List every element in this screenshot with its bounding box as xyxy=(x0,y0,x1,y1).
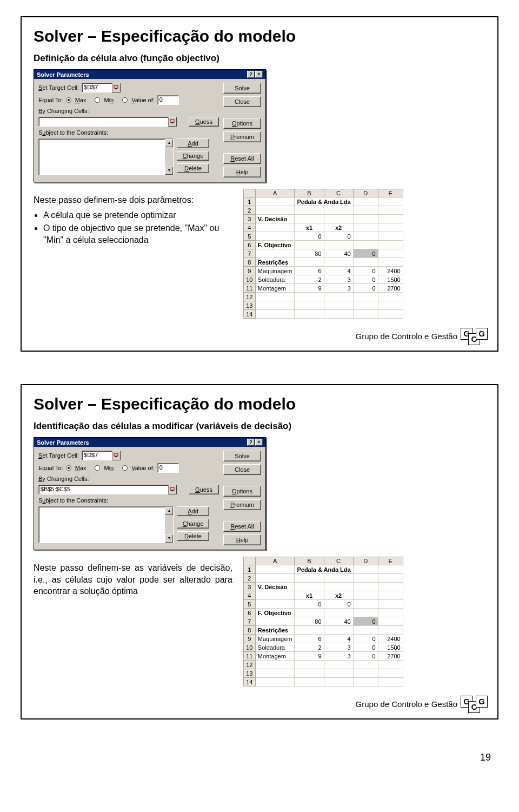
close-button[interactable]: Close xyxy=(223,96,261,107)
help-button[interactable]: Help xyxy=(223,534,261,545)
changing-cells-input[interactable] xyxy=(38,117,168,127)
max-label: Max xyxy=(75,465,86,471)
scroll-down-icon[interactable]: ▾ xyxy=(165,167,173,175)
min-label: Min xyxy=(104,465,114,471)
options-button[interactable]: Options xyxy=(223,486,261,497)
close-icon[interactable]: × xyxy=(255,439,263,446)
add-button[interactable]: Add xyxy=(177,506,209,516)
svg-rect-7 xyxy=(171,490,174,491)
dialog-titlebar: Solver Parameters ? × xyxy=(34,70,265,79)
footer-label: Grupo de Controlo e Gestão xyxy=(356,699,457,709)
reset-all-button[interactable]: Reset All xyxy=(223,521,261,532)
value-of-label: Value of: xyxy=(131,97,155,103)
svg-rect-0 xyxy=(114,85,118,88)
footer-g-box: G xyxy=(476,696,488,708)
slide-2: Solver – Especificação do modelo Identif… xyxy=(21,384,498,719)
bullet-item: O tipo de objectivo que se pretende, "Ma… xyxy=(43,222,232,247)
col-headers: A B C D E xyxy=(243,557,403,565)
max-label: Max xyxy=(75,97,86,103)
value-input[interactable]: 0 xyxy=(157,463,179,473)
delete-button[interactable]: Delete xyxy=(177,531,209,541)
bullet-item: A célula que se pretende optimizar xyxy=(43,209,232,221)
dialog-titlebar: Solver Parameters ? × xyxy=(34,438,265,447)
solver-dialog: Solver Parameters ? × Set Target Cell: $… xyxy=(34,437,266,550)
radio-value[interactable] xyxy=(122,465,128,471)
page-number: 19 xyxy=(0,752,491,763)
help-button[interactable]: ? xyxy=(247,439,255,446)
radio-value[interactable] xyxy=(122,97,128,103)
dialog-title: Solver Parameters xyxy=(37,439,89,446)
guess-button[interactable]: Guess xyxy=(189,117,219,127)
guess-button[interactable]: Guess xyxy=(189,485,219,494)
scroll-up-icon[interactable]: ▴ xyxy=(165,507,173,515)
help-button[interactable]: ? xyxy=(247,71,255,78)
bullet-list: A célula que se pretende optimizar O tip… xyxy=(34,209,232,247)
intro-text: Neste passo definem-se as variáveis de d… xyxy=(34,562,232,597)
close-button[interactable]: Close xyxy=(223,464,261,475)
ref-picker-icon[interactable] xyxy=(168,485,177,494)
min-label: Min xyxy=(104,97,114,103)
dialog-title: Solver Parameters xyxy=(37,71,89,78)
target-cell-input[interactable]: $D$7 xyxy=(82,451,112,460)
set-target-label: Set Target Cell: xyxy=(38,452,79,459)
radio-max[interactable] xyxy=(66,97,71,103)
solver-dialog: Solver Parameters ? × Set Target Cell: $… xyxy=(34,69,266,182)
slide-subtitle: Identificação das células a modificar (v… xyxy=(34,421,485,432)
svg-rect-5 xyxy=(115,456,117,457)
slide-footer: Grupo de Controlo e Gestão G C G xyxy=(356,328,487,344)
add-button[interactable]: Add xyxy=(177,138,209,148)
footer-g-box: G xyxy=(476,328,488,340)
subject-to-label: Subject to the Constraints: xyxy=(38,129,108,136)
close-icon[interactable]: × xyxy=(255,71,263,78)
col-headers: A B C D E xyxy=(243,189,403,197)
changing-cells-input[interactable]: $B$5:$C$5 xyxy=(38,485,168,494)
equal-to-label: Equal To: xyxy=(38,465,63,471)
target-cell-input[interactable]: $D$7 xyxy=(82,83,112,93)
value-of-label: Value of: xyxy=(131,465,155,471)
slide-title: Solver – Especificação do modelo xyxy=(34,27,485,45)
svg-rect-3 xyxy=(171,122,174,123)
solve-button[interactable]: Solve xyxy=(223,83,261,94)
constraints-listbox[interactable]: ▴ ▾ xyxy=(38,506,174,543)
change-button[interactable]: Change xyxy=(177,519,209,529)
premium-button[interactable]: Premium xyxy=(223,499,261,510)
solve-button[interactable]: Solve xyxy=(223,451,261,461)
radio-min[interactable] xyxy=(95,97,100,103)
slide-title: Solver – Especificação do modelo xyxy=(34,395,485,413)
ref-picker-icon[interactable] xyxy=(168,117,177,127)
by-changing-label: By Changing Cells: xyxy=(38,476,89,482)
ref-picker-icon[interactable] xyxy=(112,451,121,460)
by-changing-label: By Changing Cells: xyxy=(38,108,89,114)
premium-button[interactable]: Premium xyxy=(223,131,261,142)
scroll-down-icon[interactable]: ▾ xyxy=(165,534,173,543)
delete-button[interactable]: Delete xyxy=(177,163,209,173)
value-input[interactable]: 0 xyxy=(157,95,179,105)
svg-rect-4 xyxy=(114,453,118,456)
change-button[interactable]: Change xyxy=(177,151,209,161)
svg-rect-6 xyxy=(170,487,174,490)
radio-min[interactable] xyxy=(95,465,100,471)
spreadsheet: A B C D E 1Pedala & Anda Lda 2 3V. Decis… xyxy=(243,189,403,319)
intro-text: Neste passo definem-se dois parâmetros: xyxy=(34,194,232,206)
spreadsheet: A B C D E 1Pedala & Anda Lda 2 3V. Decis… xyxy=(243,557,403,686)
radio-max[interactable] xyxy=(66,465,71,471)
slide-subtitle: Definição da célula alvo (função objecti… xyxy=(34,53,485,64)
slide-footer: Grupo de Controlo e Gestão G C G xyxy=(356,696,487,712)
set-target-label: Set Target Cell: xyxy=(38,84,79,91)
svg-rect-2 xyxy=(170,120,174,122)
scroll-up-icon[interactable]: ▴ xyxy=(165,139,173,147)
constraints-listbox[interactable]: ▴ ▾ xyxy=(38,138,174,175)
options-button[interactable]: Options xyxy=(223,118,261,129)
ref-picker-icon[interactable] xyxy=(112,83,121,93)
help-button[interactable]: Help xyxy=(223,167,261,177)
svg-rect-1 xyxy=(115,88,117,89)
slide-1: Solver – Especificação do modelo Definiç… xyxy=(21,16,498,352)
subject-to-label: Subject to the Constraints: xyxy=(38,497,108,504)
footer-label: Grupo de Controlo e Gestão xyxy=(356,332,457,341)
equal-to-label: Equal To: xyxy=(38,97,63,103)
reset-all-button[interactable]: Reset All xyxy=(223,153,261,164)
